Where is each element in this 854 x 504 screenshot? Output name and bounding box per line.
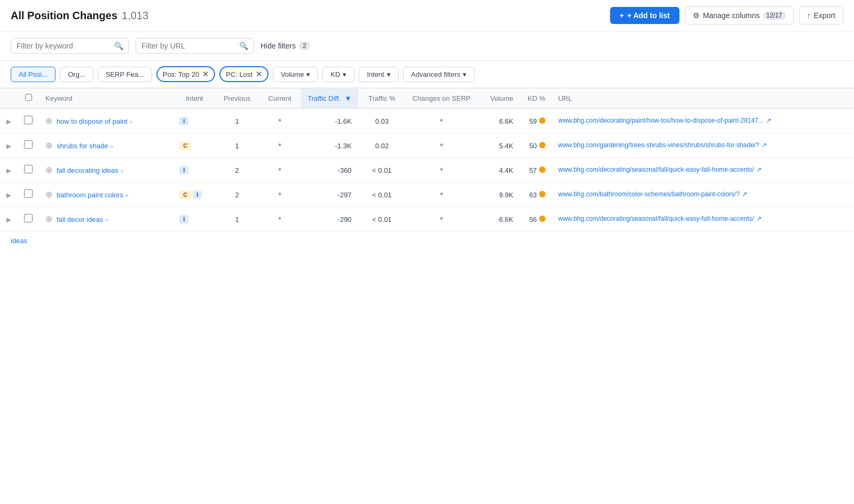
keyword-link[interactable]: shrubs for shade » <box>57 142 114 150</box>
volume-val: 5.4K <box>499 142 513 150</box>
traffic-pct-val: < 0.01 <box>372 166 392 174</box>
serp-changes-val: • <box>440 213 443 224</box>
url-link[interactable]: www.bhg.com/decorating/paint/how-tos/how… <box>558 116 848 125</box>
keyword-arrow-icon: » <box>105 217 108 223</box>
tab-organic[interactable]: Org... <box>60 67 93 82</box>
traffic-pct-val: 0.03 <box>375 117 389 125</box>
export-button[interactable]: ↑ Export <box>799 6 843 25</box>
table-row: ▶ ⊕ how to dispose of paint » I1•-1.6K0.… <box>0 108 854 133</box>
keyword-filter-input[interactable] <box>17 42 110 50</box>
keyword-arrow-icon: » <box>125 192 129 198</box>
add-to-list-button[interactable]: + + Add to list <box>610 7 679 24</box>
previous-val: 1 <box>235 117 239 125</box>
volume-dropdown[interactable]: Volume ▾ <box>273 67 318 82</box>
url-filter-input[interactable] <box>141 42 235 50</box>
tab-serp-features[interactable]: SERP Fea... <box>98 67 152 82</box>
url-text: www.bhg.com/bathroom/color-schemes/bathr… <box>558 190 740 199</box>
current-val: • <box>278 189 281 199</box>
filter-tag-pc-lost[interactable]: PC: Lost ✕ <box>219 66 268 82</box>
add-keyword-icon[interactable]: ⊕ <box>45 116 52 125</box>
select-all-checkbox[interactable] <box>25 94 32 101</box>
traffic-diff-val: -360 <box>338 166 352 174</box>
chevron-down-icon: ▾ <box>387 70 391 78</box>
filter-tag-pos-top20[interactable]: Pos: Top 20 ✕ <box>156 66 215 82</box>
col-header-previous: Previous <box>216 89 258 109</box>
kd-val: 56 <box>529 215 536 223</box>
external-link-icon: ↗ <box>756 215 762 222</box>
url-text: www.bhg.com/decorating/seasonal/fall/qui… <box>558 214 754 223</box>
serp-changes-val: • <box>440 115 443 126</box>
col-header-expand <box>0 89 18 109</box>
current-val: • <box>278 140 281 150</box>
breadcrumb-ideas[interactable]: ideas <box>11 237 27 245</box>
row-expand-icon[interactable]: ▶ <box>6 118 11 125</box>
previous-val: 1 <box>235 215 239 223</box>
add-keyword-icon[interactable]: ⊕ <box>45 141 52 150</box>
url-link[interactable]: www.bhg.com/gardening/trees-shrubs-vines… <box>558 141 848 150</box>
url-link[interactable]: www.bhg.com/decorating/seasonal/fall/qui… <box>558 165 848 174</box>
kd-dot-icon <box>539 142 545 148</box>
serp-changes-val: • <box>440 140 443 150</box>
row-expand-icon[interactable]: ▶ <box>6 216 11 223</box>
keyword-link[interactable]: fall decor ideas » <box>57 215 108 223</box>
col-header-checkbox <box>18 89 39 109</box>
keyword-link[interactable]: bathroom paint colors » <box>57 191 129 199</box>
row-checkbox[interactable] <box>24 140 33 149</box>
chevron-down-icon: ▾ <box>343 70 346 78</box>
add-keyword-icon[interactable]: ⊕ <box>45 214 52 223</box>
keyword-link[interactable]: how to dispose of paint » <box>57 117 133 125</box>
url-search-icon[interactable]: 🔍 <box>239 42 248 50</box>
col-header-traffic-diff[interactable]: Traffic Diff. ▼ <box>301 89 358 109</box>
row-checkbox[interactable] <box>24 116 33 124</box>
traffic-diff-val: -1.3K <box>335 142 352 150</box>
current-val: • <box>278 164 281 175</box>
keyword-link[interactable]: fall decorating ideas » <box>57 166 123 174</box>
remove-filter-pc-lost[interactable]: ✕ <box>256 70 262 78</box>
page-count: 1,013 <box>122 10 148 22</box>
keyword-filter-wrap: 🔍 <box>11 38 129 54</box>
position-changes-table: Keyword Intent Previous Current Traffic … <box>0 88 854 231</box>
col-header-kd: KD % <box>520 89 552 109</box>
intent-cell: I <box>173 108 216 133</box>
advanced-filters-dropdown[interactable]: Advanced filters ▾ <box>403 67 475 82</box>
keyword-search-icon[interactable]: 🔍 <box>114 42 123 50</box>
add-keyword-icon[interactable]: ⊕ <box>45 190 52 199</box>
traffic-diff-val: -290 <box>338 215 352 223</box>
manage-columns-button[interactable]: ⚙ Manage columns 12/17 <box>685 6 794 25</box>
keyword-arrow-icon: » <box>110 143 113 149</box>
previous-val: 2 <box>235 166 239 174</box>
volume-val: 9.9K <box>499 191 513 199</box>
hide-filters-button[interactable]: Hide filters 2 <box>260 42 310 50</box>
kd-dot-icon <box>539 191 545 197</box>
intent-dropdown[interactable]: Intent ▾ <box>359 67 399 82</box>
tab-all-position[interactable]: All Posi... <box>11 67 56 82</box>
kd-dropdown[interactable]: KD ▾ <box>322 67 354 82</box>
row-checkbox[interactable] <box>24 189 33 198</box>
row-expand-icon[interactable]: ▶ <box>6 191 11 199</box>
table-row: ▶ ⊕ bathroom paint colors » CI2•-297< 0.… <box>0 182 854 207</box>
row-expand-icon[interactable]: ▶ <box>6 167 11 174</box>
row-checkbox[interactable] <box>24 165 33 173</box>
intent-cell: I <box>173 158 216 182</box>
data-table-container: Keyword Intent Previous Current Traffic … <box>0 88 854 231</box>
serp-changes-val: • <box>440 164 443 175</box>
hide-filters-label: Hide filters <box>260 42 296 50</box>
url-link[interactable]: www.bhg.com/decorating/seasonal/fall/qui… <box>558 214 848 223</box>
add-keyword-icon[interactable]: ⊕ <box>45 165 52 174</box>
manage-columns-label: Manage columns <box>703 11 760 20</box>
tabs-filters-bar: All Posi... Org... SERP Fea... Pos: Top … <box>0 61 854 88</box>
remove-filter-pos-top20[interactable]: ✕ <box>202 70 209 78</box>
traffic-diff-val: -297 <box>338 191 352 199</box>
serp-changes-val: • <box>440 189 443 199</box>
table-row: ▶ ⊕ fall decor ideas » I1•-290< 0.01•6.6… <box>0 207 854 231</box>
top-bar: All Position Changes 1,013 + + Add to li… <box>0 0 854 31</box>
keyword-arrow-icon: » <box>120 167 123 174</box>
active-filter-count: 2 <box>299 42 310 50</box>
row-expand-icon[interactable]: ▶ <box>6 142 11 150</box>
row-checkbox[interactable] <box>24 214 33 222</box>
filter-tag-pos-label: Pos: Top 20 <box>163 70 199 78</box>
filter-bar: 🔍 🔍 Hide filters 2 <box>0 31 854 61</box>
url-text: www.bhg.com/gardening/trees-shrubs-vines… <box>558 141 760 150</box>
url-link[interactable]: www.bhg.com/bathroom/color-schemes/bathr… <box>558 190 848 199</box>
volume-val: 6.6K <box>499 117 513 125</box>
